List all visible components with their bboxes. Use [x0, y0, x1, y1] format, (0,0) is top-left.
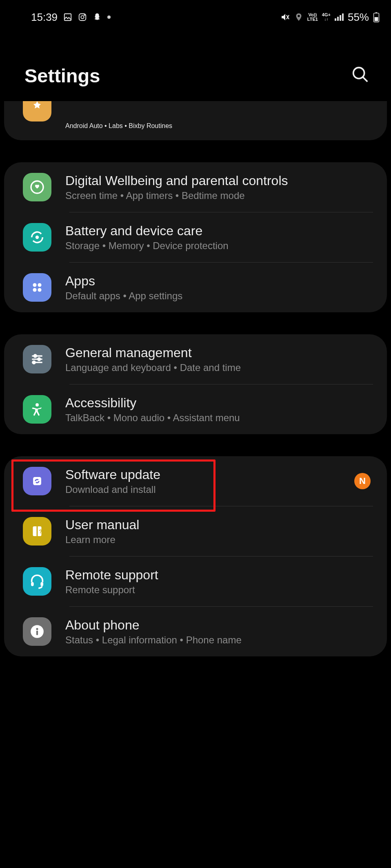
settings-item-digital-wellbeing[interactable]: Digital Wellbeing and parental controls …	[4, 162, 387, 212]
svg-rect-8	[375, 17, 378, 21]
gallery-icon	[63, 13, 72, 22]
battery-text: 55%	[348, 11, 369, 24]
settings-item-accessibility[interactable]: Accessibility TalkBack • Mono audio • As…	[4, 384, 387, 434]
settings-group: Digital Wellbeing and parental controls …	[4, 162, 387, 312]
svg-point-31	[36, 628, 38, 630]
signal-icon	[335, 13, 344, 21]
instagram-icon	[78, 13, 87, 22]
battery-care-icon	[23, 223, 51, 252]
svg-point-20	[38, 358, 40, 360]
svg-line-10	[363, 77, 368, 82]
about-phone-icon	[23, 617, 51, 646]
settings-item-subtitle: Remote support	[65, 584, 373, 596]
svg-text:?: ?	[39, 528, 42, 534]
svg-rect-24	[33, 477, 41, 485]
volte-indicator: Vo)) LTE1	[307, 13, 318, 22]
svg-rect-7	[375, 12, 377, 13]
snapchat-icon	[93, 13, 102, 22]
page-header: Settings	[0, 29, 391, 96]
settings-item-title: Battery and device care	[65, 223, 373, 239]
svg-rect-32	[36, 631, 38, 635]
software-update-icon	[23, 467, 51, 495]
search-button[interactable]	[349, 63, 372, 88]
svg-rect-26	[37, 526, 38, 536]
settings-item-subtitle: Status • Legal information • Phone name	[65, 634, 373, 646]
settings-item-title: Digital Wellbeing and parental controls	[65, 173, 373, 188]
data-indicator: 4G+ ↓↑	[322, 13, 331, 22]
svg-rect-29	[40, 582, 43, 586]
remote-support-icon	[23, 567, 51, 596]
settings-group-partial: Android Auto • Labs • Bixby Routines	[4, 101, 387, 140]
svg-point-16	[38, 288, 42, 292]
settings-group: General management Language and keyboard…	[4, 334, 387, 434]
settings-item-advanced-features[interactable]: Android Auto • Labs • Bixby Routines	[4, 101, 387, 140]
mute-vibrate-icon	[280, 12, 290, 22]
settings-item-battery-care[interactable]: Battery and device care Storage • Memory…	[4, 212, 387, 262]
settings-item-title: About phone	[65, 618, 373, 633]
settings-item-subtitle: Default apps • App settings	[65, 290, 373, 302]
wellbeing-icon	[23, 173, 51, 201]
settings-item-title: Apps	[65, 274, 373, 289]
svg-point-9	[353, 68, 364, 79]
settings-item-subtitle: Learn more	[65, 534, 373, 546]
settings-item-subtitle: Download and install	[65, 484, 354, 495]
settings-item-title: Remote support	[65, 568, 373, 583]
settings-item-subtitle: Android Auto • Labs • Bixby Routines	[65, 122, 172, 129]
more-notifications-icon	[107, 15, 111, 19]
search-icon	[351, 65, 370, 84]
battery-icon	[373, 12, 380, 22]
settings-item-subtitle: TalkBack • Mono audio • Assistant menu	[65, 412, 373, 424]
apps-icon	[23, 273, 51, 302]
notification-badge: N	[354, 473, 371, 489]
settings-item-subtitle: Language and keyboard • Date and time	[65, 362, 373, 373]
location-icon	[294, 13, 303, 22]
status-bar: 15:39 Vo)) LTE1 4G+	[0, 0, 391, 29]
svg-point-12	[36, 236, 39, 239]
svg-point-15	[33, 288, 37, 292]
svg-point-14	[38, 283, 42, 287]
settings-item-general-management[interactable]: General management Language and keyboard…	[4, 334, 387, 384]
settings-item-about-phone[interactable]: About phone Status • Legal information •…	[4, 607, 387, 656]
settings-item-title: General management	[65, 345, 373, 360]
settings-item-subtitle: Storage • Memory • Device protection	[65, 240, 373, 252]
settings-group: Software update Download and install N ?…	[4, 456, 387, 656]
accessibility-icon	[23, 395, 51, 424]
svg-point-2	[81, 15, 84, 18]
svg-rect-0	[64, 14, 71, 21]
settings-item-software-update[interactable]: Software update Download and install N	[4, 456, 387, 506]
svg-point-3	[84, 15, 85, 15]
svg-rect-28	[31, 582, 34, 586]
settings-item-title: Accessibility	[65, 395, 373, 411]
page-title: Settings	[24, 64, 100, 87]
settings-item-apps[interactable]: Apps Default apps • App settings	[4, 263, 387, 312]
svg-point-18	[34, 355, 36, 357]
general-management-icon	[23, 345, 51, 373]
settings-item-subtitle: Screen time • App timers • Bedtime mode	[65, 190, 373, 201]
settings-item-title: Software update	[65, 467, 354, 482]
user-manual-icon: ?	[23, 517, 51, 546]
settings-item-user-manual[interactable]: ? User manual Learn more	[4, 506, 387, 556]
settings-item-title: User manual	[65, 517, 373, 532]
svg-point-22	[33, 361, 35, 364]
svg-point-23	[36, 403, 39, 406]
status-time: 15:39	[31, 11, 58, 24]
settings-item-remote-support[interactable]: Remote support Remote support	[4, 557, 387, 606]
advanced-features-icon	[23, 101, 51, 121]
svg-point-13	[33, 283, 37, 287]
